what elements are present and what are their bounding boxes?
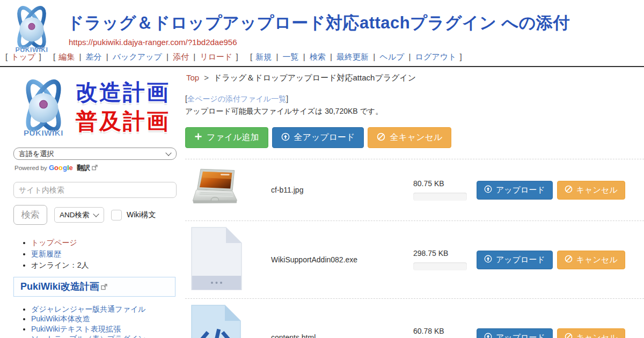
and-select-wrap: AND検索 [54, 207, 104, 223]
file-row: WikiSupportAddin082.exe 298.75 KB アップロード… [185, 221, 644, 298]
translate-link[interactable]: 翻訳 [77, 164, 90, 172]
list-item: PukiWikiテキスト表現拡張 [31, 325, 178, 333]
nav-bracket: [ [53, 52, 55, 61]
file-name: WikiSupportAddin082.exe [271, 255, 413, 264]
banner-text-kaizou: 改造計画 [76, 78, 170, 107]
upload-all-button[interactable]: 全アップロード [272, 127, 364, 148]
file-row: contents.html 60.78 KB アップロード キャンセル [185, 298, 644, 338]
main-content: Top>ドラッグ＆ドロップアップロード対応attachプラグイン [全ページの添… [185, 69, 644, 338]
attach-list-line: [全ページの添付ファイル一覧] [185, 94, 644, 104]
file-meta-cell: 60.78 KB [413, 327, 472, 338]
list-item: 更新履歴 [31, 249, 178, 259]
online-count: オンライン：2人 [31, 261, 89, 269]
pukiwiki-atom-logo-icon [13, 75, 74, 139]
nav-bracket: ] [39, 52, 41, 61]
max-size-text: アップロード可能最大ファイルサイズは 30,720KB です。 [185, 107, 644, 116]
ban-icon [565, 333, 573, 338]
sidebar-link-common-files[interactable]: ダジャレンジャー版共通ファイル [31, 305, 146, 313]
nav-separator: | [303, 52, 305, 61]
upload-circle-icon [484, 333, 492, 338]
google-translate-credit: Powered by Google 翻訳 [14, 164, 178, 173]
sidebar-plugin-links: ダジャレンジャー版共通ファイル PukiWiki本体改造 PukiWikiテキス… [13, 305, 178, 338]
add-file-button[interactable]: ファイル追加 [185, 127, 268, 148]
nav-link-new[interactable]: 新規 [255, 52, 272, 61]
upload-button[interactable]: アップロード [477, 328, 553, 338]
google-logo: Google [49, 165, 75, 171]
nav-link-top[interactable]: トップ [11, 52, 35, 61]
nav-bracket: ] [460, 52, 462, 61]
code-file-icon [191, 304, 241, 338]
upload-button[interactable]: アップロード [477, 181, 553, 200]
page-title: ドラッグ＆ドロップアップロード対応attachプラグイン への添付 [67, 12, 570, 34]
sidebar-link-text-ext[interactable]: PukiWikiテキスト表現拡張 [31, 325, 121, 333]
wiki-syntax-checkbox[interactable] [111, 210, 122, 221]
nav-separator: | [193, 52, 195, 61]
sidebar-quick-links: トップページ 更新履歴 オンライン：2人 [13, 238, 178, 269]
file-meta-cell: 298.75 KB [413, 249, 472, 270]
cancel-all-button[interactable]: 全キャンセル [368, 127, 451, 148]
nav-link-list[interactable]: 一覧 [283, 52, 299, 61]
sidebar-link-history[interactable]: 更新履歴 [31, 249, 61, 258]
nav-separator: | [373, 52, 375, 61]
site-box-link[interactable]: PukiWiki改造計画 [20, 281, 99, 292]
external-link-icon [101, 282, 107, 293]
language-select[interactable]: 言語を選択 [13, 148, 177, 160]
laptop-photo-thumbnail [191, 166, 242, 211]
nav-bracket: [ [250, 52, 252, 61]
nav-link-reload[interactable]: リロード [200, 52, 232, 61]
nav-separator: | [79, 52, 81, 61]
sidebar-link-sort-table[interactable]: ソートテーブル（表）プラグイン [31, 334, 145, 338]
all-attachments-link[interactable]: 全ページの添付ファイル一覧 [187, 94, 286, 103]
sidebar-link-core-mod[interactable]: PukiWiki本体改造 [31, 314, 90, 323]
sidebar-link-toppage[interactable]: トップページ [31, 238, 77, 247]
top-navigation: [ トップ ] [ 編集 | 差分 | バックアップ | 添付 | リロード ]… [4, 52, 471, 62]
breadcrumb-home-link[interactable]: Top [186, 73, 199, 82]
upload-button[interactable]: アップロード [477, 251, 553, 269]
nav-link-logout[interactable]: ログアウト [415, 52, 457, 61]
nav-link-edit[interactable]: 編集 [58, 52, 75, 61]
upload-progress-bar [413, 262, 467, 270]
site-banner[interactable]: 改造計画 普及計画 [13, 74, 178, 143]
file-thumbnail-cell [185, 166, 271, 214]
nav-separator: | [276, 52, 278, 61]
nav-separator: | [330, 52, 332, 61]
file-meta-cell: 80.75 KB [413, 179, 472, 201]
file-name: contents.html [271, 333, 413, 338]
search-mode-select[interactable]: AND検索 [54, 207, 104, 223]
list-item: トップページ [31, 238, 178, 247]
nav-bracket: [ [5, 52, 8, 61]
list-item: ダジャレンジャー版共通ファイル [31, 305, 178, 313]
upload-toolbar: ファイル追加 全アップロード 全キャンセル [185, 127, 644, 148]
upload-circle-icon [281, 133, 290, 143]
sidebar: 改造計画 普及計画 言語を選択 Powered by Google 翻訳 検索 … [0, 68, 185, 338]
nav-bracket: ] [236, 52, 238, 61]
nav-link-backup[interactable]: バックアップ [113, 52, 162, 61]
nav-separator: | [106, 52, 108, 61]
nav-separator: | [409, 52, 411, 61]
nav-separator: | [166, 52, 169, 61]
list-item: オンライン：2人 [31, 261, 178, 270]
nav-link-recent[interactable]: 最終更新 [336, 52, 369, 61]
search-controls: 検索 AND検索 Wiki構文 [13, 205, 178, 225]
cancel-button[interactable]: キャンセル [557, 181, 625, 200]
search-button[interactable]: 検索 [13, 205, 47, 225]
cancel-button[interactable]: キャンセル [557, 328, 625, 338]
nav-link-search[interactable]: 検索 [310, 52, 326, 61]
page-url-link[interactable]: https://pukiwiki.dajya-ranger.com/?1bd2d… [69, 38, 237, 47]
nav-link-help[interactable]: ヘルプ [379, 52, 404, 61]
nav-link-attach[interactable]: 添付 [173, 52, 189, 61]
upload-progress-bar [413, 193, 467, 201]
ban-icon [565, 185, 573, 195]
page-header: ドラッグ＆ドロップアップロード対応attachプラグイン への添付 https:… [0, 0, 644, 67]
nav-link-diff[interactable]: 差分 [86, 52, 102, 61]
list-item: ソートテーブル（表）プラグイン [31, 334, 178, 338]
pukiwiki-atom-logo-icon[interactable] [6, 3, 57, 54]
generic-file-icon [191, 226, 243, 291]
file-size: 80.75 KB [413, 179, 472, 188]
upload-circle-icon [484, 185, 492, 195]
cancel-button[interactable]: キャンセル [557, 251, 625, 269]
site-search-input[interactable] [13, 182, 177, 198]
file-size: 60.78 KB [413, 327, 472, 335]
breadcrumb-separator: > [204, 73, 209, 82]
wiki-syntax-label: Wiki構文 [127, 210, 156, 220]
